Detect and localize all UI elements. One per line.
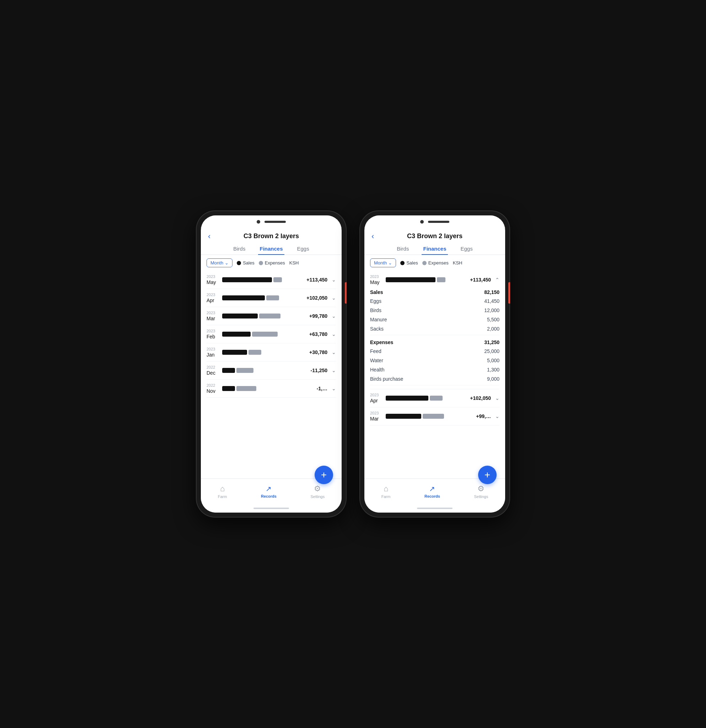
month-name: Apr xyxy=(370,398,383,403)
records-icon: ↗ xyxy=(266,484,271,493)
list-item: 2023 Feb +63,780 ⌄ xyxy=(206,325,336,343)
top-bar xyxy=(201,215,342,228)
tab-finances[interactable]: Finances xyxy=(422,243,448,254)
expenses-bar xyxy=(252,332,278,337)
detail-label: Water xyxy=(370,358,383,363)
expand-chevron[interactable]: ⌄ xyxy=(332,368,336,373)
expand-chevron[interactable]: ⌄ xyxy=(495,395,500,401)
row-amount: -11,250 xyxy=(299,368,328,373)
year-label: 2023 xyxy=(206,347,219,351)
tab-finances[interactable]: Finances xyxy=(258,243,284,254)
list-item: 2022 Nov -1,… ⌄ xyxy=(206,380,336,398)
tab-birds[interactable]: Birds xyxy=(395,243,410,254)
bar-container xyxy=(222,295,296,300)
header: ‹ C3 Brown 2 layers xyxy=(201,228,342,243)
list-item: 2023 Jan +30,780 ⌄ xyxy=(206,343,336,361)
month-info: 2023 Jan xyxy=(206,347,219,358)
currency-label: KSH xyxy=(289,260,299,266)
nav-settings-label: Settings xyxy=(474,494,488,499)
bar-container xyxy=(386,414,460,419)
row-main: 2022 Nov -1,… ⌄ xyxy=(206,383,336,394)
back-button[interactable]: ‹ xyxy=(208,232,211,241)
expand-chevron[interactable]: ⌄ xyxy=(332,386,336,391)
expenses-header-label: Expenses xyxy=(370,339,393,345)
expand-chevron[interactable]: ⌄ xyxy=(332,277,336,283)
legend-expenses: Expenses xyxy=(259,260,285,266)
expand-chevron[interactable]: ⌄ xyxy=(332,295,336,301)
sales-bar xyxy=(222,386,235,391)
detail-label: Health xyxy=(370,367,384,373)
bar-container xyxy=(222,350,296,355)
list-item: 2023 May +113,450 ⌄ xyxy=(206,271,336,289)
bar-container xyxy=(222,386,296,391)
expenses-bar xyxy=(259,313,280,319)
row-amount: +113,450 xyxy=(299,277,328,283)
currency-label: KSH xyxy=(453,260,462,266)
expand-chevron[interactable]: ⌄ xyxy=(495,413,500,419)
bar-container xyxy=(222,332,296,337)
detail-value: 25,000 xyxy=(484,348,500,354)
detail-value: 41,450 xyxy=(484,298,500,304)
year-label: 2023 xyxy=(206,293,219,297)
expenses-bar xyxy=(266,295,279,300)
add-fab-button[interactable]: + xyxy=(478,466,497,484)
bar-container xyxy=(386,396,460,401)
detail-row: Manure 5,500 xyxy=(370,315,500,324)
row-main: 2023 May +113,450 ⌄ xyxy=(206,274,336,285)
camera-dot xyxy=(420,220,424,224)
sales-bar xyxy=(222,332,251,337)
settings-icon: ⚙ xyxy=(314,484,321,493)
expand-chevron[interactable]: ⌄ xyxy=(332,350,336,355)
nav-settings[interactable]: ⚙ Settings xyxy=(474,484,488,499)
detail-row: Birds 12,000 xyxy=(370,306,500,315)
expenses-dot xyxy=(422,261,427,265)
year-label: 2023 xyxy=(206,329,219,333)
detail-label: Eggs xyxy=(370,298,381,304)
month-info: 2023 Feb xyxy=(206,329,219,339)
header: ‹ C3 Brown 2 layers xyxy=(364,228,505,243)
detail-row: Water 5,000 xyxy=(370,356,500,365)
detail-label: Manure xyxy=(370,317,387,322)
nav-farm[interactable]: ⌂ Farm xyxy=(218,484,227,499)
detail-value: 12,000 xyxy=(484,308,500,313)
year-label: 2023 xyxy=(206,311,219,315)
detail-section-expenses: Expenses 31,250 Feed 25,000 Water 5,000 xyxy=(370,335,500,385)
detail-row: Feed 25,000 xyxy=(370,347,500,356)
expand-chevron[interactable]: ⌄ xyxy=(332,313,336,319)
sales-bar xyxy=(222,295,265,300)
side-notch xyxy=(508,282,510,303)
month-name: Nov xyxy=(206,388,219,394)
back-button[interactable]: ‹ xyxy=(371,232,374,241)
month-filter-button[interactable]: Month ⌄ xyxy=(206,259,232,267)
detail-section-sales: Sales 82,150 Eggs 41,450 Birds 12,000 xyxy=(370,285,500,335)
expand-chevron[interactable]: ⌃ xyxy=(495,277,500,283)
nav-settings[interactable]: ⚙ Settings xyxy=(310,484,325,499)
nav-records[interactable]: ↗ Records xyxy=(261,484,277,498)
legend-sales: Sales xyxy=(237,260,254,266)
month-filter-button[interactable]: Month ⌄ xyxy=(370,259,396,267)
nav-records[interactable]: ↗ Records xyxy=(424,484,440,498)
expand-chevron[interactable]: ⌄ xyxy=(332,331,336,337)
list-item: 2023 Mar +99,… ⌄ xyxy=(370,407,500,426)
row-amount: +102,050 xyxy=(299,295,328,301)
nav-farm[interactable]: ⌂ Farm xyxy=(381,484,391,499)
months-list[interactable]: 2023 May +113,450 ⌄ xyxy=(201,271,342,478)
months-list[interactable]: 2023 May +113,450 ⌃ Sales xyxy=(364,271,505,478)
tab-eggs[interactable]: Eggs xyxy=(296,243,311,254)
add-fab-button[interactable]: + xyxy=(315,466,333,484)
list-item: 2023 Apr +102,050 ⌄ xyxy=(370,389,500,407)
row-main: 2023 May +113,450 ⌃ xyxy=(370,274,500,285)
year-label: 2023 xyxy=(370,393,383,397)
month-info: 2023 May xyxy=(370,274,383,285)
sales-bar xyxy=(222,350,247,355)
bar-container xyxy=(222,313,296,319)
bar-container xyxy=(386,277,460,282)
month-info: 2023 Mar xyxy=(206,311,219,321)
tab-eggs[interactable]: Eggs xyxy=(459,243,474,254)
phone-right: ‹ C3 Brown 2 layers Birds Finances Eggs … xyxy=(360,211,510,517)
tab-birds[interactable]: Birds xyxy=(232,243,247,254)
month-info: 2023 May xyxy=(206,274,219,285)
nav-records-label: Records xyxy=(261,494,277,498)
list-item-expanded: 2023 May +113,450 ⌃ Sales xyxy=(370,271,500,389)
camera-dot xyxy=(257,220,260,224)
